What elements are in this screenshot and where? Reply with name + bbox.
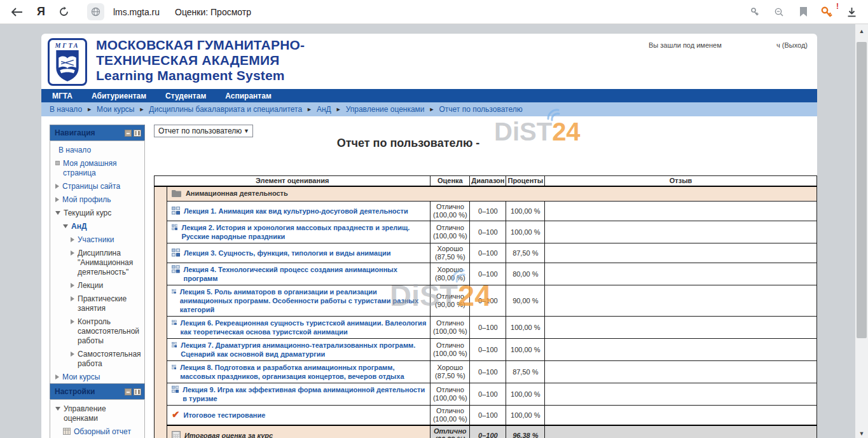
address-page-title[interactable]: Оценки: Просмотр [175, 7, 251, 17]
page-scrollbar[interactable]: ▲ ▼ [855, 24, 868, 438]
grade-item-link[interactable]: Лекция 1. Анимация как вид культурно-дос… [184, 207, 408, 216]
sidebar-item-practice[interactable]: Практические занятия [53, 294, 142, 313]
breadcrumb-home[interactable]: В начало [50, 105, 82, 114]
grade-item-link[interactable]: Лекция 8. Подготовка и разработка анимац… [180, 363, 426, 381]
grade-cell: Хорошо(80,00 %) [431, 263, 470, 285]
breadcrumb: В начало ► Мои курсы ► Дисциплины бакала… [41, 102, 817, 116]
chevron-right-icon[interactable] [71, 319, 74, 324]
course-total-label: Итоговая оценка за курс [184, 431, 273, 438]
breadcrumb-my-courses[interactable]: Мои курсы [97, 105, 134, 114]
grade-cell: Отлично(100,00 %) [431, 202, 470, 221]
range-cell: 0–100 [470, 339, 506, 361]
sidebar-item-my-courses[interactable]: Мои курсы [53, 373, 142, 382]
bookmark-icon[interactable] [794, 3, 812, 21]
settings-block: Настройки Управление оценками Обзорный о… [50, 383, 145, 438]
grade-item-link[interactable]: Лекция 2. История и хронология массовых … [181, 223, 426, 241]
feedback-cell [545, 361, 817, 383]
grade-cell: Отлично(96,38 %) [431, 425, 470, 438]
calculator-icon [172, 431, 181, 438]
back-icon[interactable] [8, 3, 25, 21]
site-title: МОСКОВСКАЯ ГУМАНИТАРНО- ТЕХНИЧЕСКАЯ АКАД… [96, 38, 305, 83]
scrollbar-thumb[interactable] [857, 42, 867, 338]
percent-cell: 80,00 % [506, 263, 545, 285]
find-zoom-icon[interactable] [770, 3, 788, 21]
range-cell: 0–100 [470, 317, 506, 339]
grade-cell: Хорошо(87,50 %) [431, 361, 470, 383]
breadcrumb-course[interactable]: АнД [317, 105, 331, 114]
yandex-logo[interactable]: Я [37, 5, 45, 18]
chevron-down-icon[interactable] [55, 407, 60, 411]
breadcrumb-disciplines[interactable]: Дисциплины бакалавриата и специалитета [149, 105, 302, 114]
select-arrow-icon: ▼ [244, 128, 249, 134]
grade-item-link[interactable]: Лекция 5. Роль аниматоров в организации … [180, 287, 427, 314]
chevron-right-icon[interactable] [71, 250, 74, 256]
dock-block-icon[interactable] [134, 388, 141, 395]
grade-item-link[interactable]: Лекция 9. Игра как эффективная форма ани… [183, 385, 426, 403]
nav-item-abiturientam[interactable]: Абитуриентам [92, 92, 146, 100]
breadcrumb-separator-icon: ► [139, 106, 144, 113]
chevron-right-icon[interactable] [71, 352, 74, 357]
nav-item-studentam[interactable]: Студентам [165, 92, 206, 100]
table-row: Лекция 1. Анимация как вид культурно-дос… [155, 202, 817, 221]
sidebar-item-my-home[interactable]: Моя домашняя страница [53, 159, 142, 178]
sidebar-item-site-pages[interactable]: Страницы сайта [53, 182, 142, 191]
chevron-down-icon[interactable] [55, 211, 60, 215]
chevron-right-icon[interactable] [55, 197, 59, 202]
grade-item-link[interactable]: Лекция 6. Рекреационная сущность туристс… [181, 318, 427, 336]
breadcrumb-user-report[interactable]: Отчет по пользователю [439, 105, 523, 114]
sidebar-item-grade-admin[interactable]: Управление оценками [53, 404, 142, 423]
range-cell: 0–100 [470, 406, 506, 426]
key-icon[interactable] [746, 3, 764, 21]
col-header-range: Диапазон [470, 176, 506, 186]
download-icon[interactable] [843, 3, 860, 21]
sidebar-item-and-course[interactable]: АнД [53, 222, 142, 231]
chevron-right-icon[interactable] [55, 374, 59, 380]
category-name[interactable]: Анимационная деятельность [186, 189, 288, 197]
scroll-up-icon[interactable]: ▲ [855, 28, 868, 34]
sidebar-item-grader-report[interactable]: Обзорный отчет [53, 427, 142, 437]
feedback-cell [545, 406, 817, 426]
report-type-select[interactable]: Отчет по пользователю ▼ [154, 125, 253, 137]
sidebar-item-participants[interactable]: Участники [53, 235, 142, 245]
chevron-right-icon[interactable] [71, 283, 74, 288]
refresh-icon[interactable] [55, 3, 73, 21]
sidebar-item-self-work[interactable]: Самостоятельная работа [53, 350, 142, 369]
sidebar-item-control[interactable]: Контроль самостоятельной работы [53, 317, 142, 346]
grade-item-link[interactable]: Лекция 4. Технологический процесс создан… [184, 265, 427, 283]
sidebar-item-discipline[interactable]: Дисциплина "Анимационная деятельность" [53, 249, 142, 277]
address-url[interactable]: lms.mgta.ru [113, 7, 160, 17]
chevron-down-icon[interactable] [63, 224, 68, 228]
chevron-right-icon[interactable] [55, 184, 59, 189]
globe-icon[interactable] [87, 3, 104, 20]
scroll-down-icon[interactable]: ▼ [855, 430, 868, 437]
password-alert-icon[interactable]: ! [818, 3, 836, 21]
minimize-block-icon[interactable] [125, 388, 132, 395]
table-row: Лекция 3. Сущность, функция, типология и… [155, 243, 817, 263]
sidebar-item-current-course[interactable]: Текущий курс [53, 209, 142, 218]
grade-item-link[interactable]: Лекция 3. Сущность, функция, типология и… [184, 249, 391, 257]
nav-item-mgta[interactable]: МГТА [52, 92, 72, 100]
sidebar-item-lectures[interactable]: Лекции [53, 281, 142, 291]
table-row: Лекция 4. Технологический процесс создан… [155, 263, 817, 285]
feedback-cell [545, 221, 817, 243]
grade-item-link[interactable]: Лекция 7. Драматургия анимационно-театра… [181, 341, 426, 359]
percent-cell: 87,50 % [506, 243, 545, 263]
grade-cell: Отлично(100,00 %) [431, 221, 470, 243]
grade-cell: Отлично(100,00 %) [431, 317, 470, 339]
logout-link[interactable]: ч (Выход) [776, 41, 808, 49]
block-title: Настройки [55, 387, 95, 396]
col-header-grade: Оценка [431, 176, 470, 186]
nav-item-aspirantam[interactable]: Аспирантам [225, 92, 272, 100]
minimize-block-icon[interactable] [125, 130, 132, 137]
category-row: Анимационная деятельность [155, 186, 817, 202]
sidebar-item-my-profile[interactable]: Мой профиль [53, 195, 142, 205]
dock-block-icon[interactable] [134, 130, 141, 137]
grade-item-link[interactable]: Итоговое тестирование [183, 411, 265, 420]
range-cell: 0–100 [470, 221, 506, 243]
breadcrumb-grade-admin[interactable]: Управление оценками [346, 105, 425, 114]
percent-cell: 100,00 % [506, 406, 545, 426]
chevron-right-icon[interactable] [71, 296, 74, 301]
chevron-right-icon[interactable] [71, 237, 74, 242]
login-info: Вы зашли под именем ч (Выход) [649, 41, 808, 49]
sidebar-item-home[interactable]: В начало [53, 146, 142, 155]
